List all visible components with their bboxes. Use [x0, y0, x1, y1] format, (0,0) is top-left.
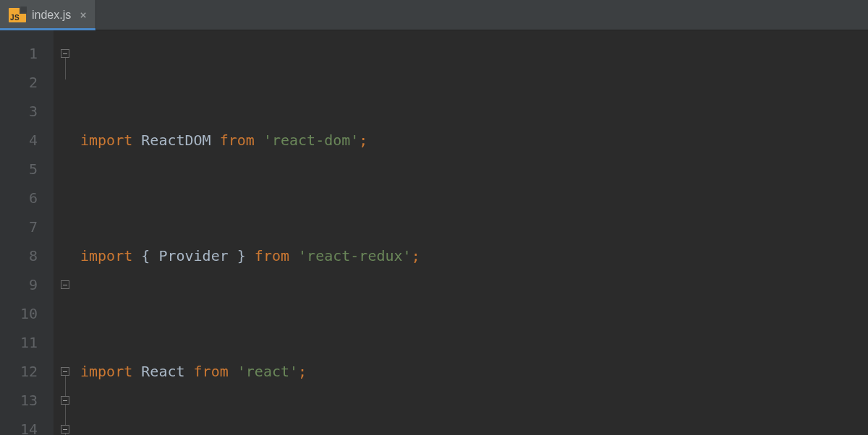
line-number[interactable]: 3 [0, 97, 54, 126]
editor-root: JS index.js × 1 2 3 4 5 6 7 8 9 10 11 12… [0, 0, 868, 435]
js-file-icon: JS [9, 8, 26, 22]
line-number[interactable]: 1 [0, 39, 54, 68]
fold-column [54, 30, 76, 435]
line-number[interactable]: 7 [0, 212, 54, 241]
line-number[interactable]: 12 [0, 357, 54, 386]
line-number[interactable]: 14 [0, 415, 54, 435]
line-number-gutter: 1 2 3 4 5 6 7 8 9 10 11 12 13 14 [0, 30, 54, 435]
line-number[interactable]: 2 [0, 68, 54, 97]
line-number[interactable]: 11 [0, 328, 54, 357]
fold-marker[interactable] [54, 39, 76, 68]
tab-index-js[interactable]: JS index.js × [0, 0, 96, 30]
line-number[interactable]: 8 [0, 241, 54, 270]
fold-marker[interactable] [54, 357, 76, 386]
code-line[interactable]: import React from 'react'; [80, 357, 868, 386]
line-number[interactable]: 10 [0, 299, 54, 328]
code-area: 1 2 3 4 5 6 7 8 9 10 11 12 13 14 [0, 30, 868, 435]
tab-filename-label: index.js [32, 9, 71, 22]
line-number[interactable]: 6 [0, 184, 54, 212]
code-text[interactable]: import ReactDOM from 'react-dom'; import… [76, 30, 868, 435]
fold-marker[interactable] [54, 270, 76, 299]
code-line[interactable]: import ReactDOM from 'react-dom'; [80, 126, 868, 155]
line-number[interactable]: 5 [0, 155, 54, 184]
close-icon[interactable]: × [77, 8, 87, 22]
line-number[interactable]: 4 [0, 126, 54, 155]
line-number[interactable]: 9 [0, 270, 54, 299]
tab-bar: JS index.js × [0, 0, 868, 30]
code-line[interactable]: import { Provider } from 'react-redux'; [80, 241, 868, 270]
line-number[interactable]: 13 [0, 386, 54, 415]
